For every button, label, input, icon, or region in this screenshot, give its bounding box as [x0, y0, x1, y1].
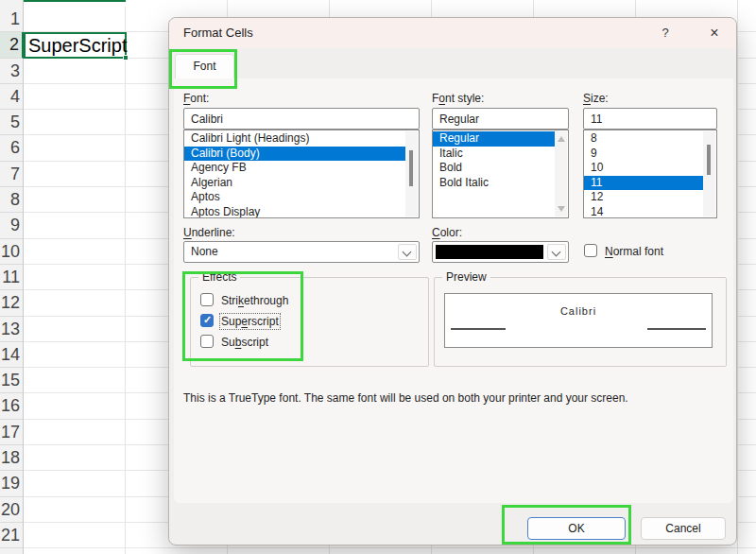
font-style-option[interactable]: Bold [433, 161, 555, 176]
font-style-option[interactable]: Bold Italic [433, 176, 555, 191]
close-button[interactable]: × [705, 24, 724, 43]
help-button[interactable]: ? [656, 24, 675, 43]
font-style-option[interactable]: Italic [433, 147, 555, 162]
row-header[interactable]: 12 [0, 290, 23, 316]
size-listbox[interactable]: 8910111214 [583, 130, 717, 218]
column-a-header-edge[interactable] [24, 0, 126, 7]
font-label: Font: [183, 92, 209, 106]
size-option[interactable]: 12 [584, 190, 703, 205]
normal-font-label: Normal font [605, 245, 663, 258]
font-style-label: Font style: [432, 92, 484, 106]
row-header[interactable]: 15 [0, 368, 23, 393]
size-option[interactable]: 11 [584, 176, 703, 191]
scrollbar-thumb[interactable] [409, 150, 413, 186]
row-header[interactable]: 11 [0, 265, 23, 290]
row-header[interactable]: 14 [0, 342, 23, 368]
baseline-mark-left [451, 328, 506, 330]
size-list-scrollbar[interactable] [703, 131, 715, 216]
row-header[interactable]: 6 [0, 135, 23, 161]
dropdown-button[interactable] [547, 244, 566, 260]
size-option[interactable]: 14 [584, 205, 703, 219]
color-dropdown[interactable] [432, 241, 569, 263]
screen: 123456789101112131415161718192021 SuperS… [0, 0, 756, 554]
row-header[interactable]: 19 [0, 471, 23, 496]
annotation-font-tab [169, 49, 237, 89]
underline-value: None [191, 242, 218, 262]
font-style-input[interactable] [432, 108, 569, 130]
size-option[interactable]: 10 [584, 161, 703, 176]
baseline-mark-right [647, 328, 706, 330]
size-option[interactable]: 9 [584, 147, 703, 162]
underline-dropdown[interactable]: None [183, 241, 420, 263]
row-header[interactable]: 17 [0, 420, 23, 445]
normal-font-checkbox[interactable] [584, 244, 597, 257]
row-header[interactable]: 7 [0, 162, 23, 187]
row-header[interactable]: 16 [0, 393, 23, 419]
fill-handle[interactable] [123, 55, 129, 61]
preview-sample-text: Calibri [445, 305, 712, 317]
chevron-down-icon [403, 248, 412, 257]
row-header[interactable]: 8 [0, 187, 23, 213]
font-list-scrollbar[interactable] [405, 131, 418, 216]
size-input[interactable] [583, 108, 717, 130]
row-header[interactable]: 20 [0, 497, 23, 523]
font-option[interactable]: Aptos [184, 190, 405, 205]
dialog-title: Format Cells [183, 18, 253, 48]
scrollbar-thumb[interactable] [707, 145, 711, 175]
row-header-column: 123456789101112131415161718192021 [0, 0, 24, 554]
font-listbox[interactable]: Calibri Light (Headings)Calibri (Body)Ag… [183, 130, 420, 218]
cancel-button[interactable]: Cancel [641, 517, 726, 540]
size-label: Size: [583, 92, 609, 106]
underline-label: Underline: [183, 226, 235, 240]
color-swatch [436, 245, 543, 259]
font-option[interactable]: Aptos Display [184, 205, 405, 219]
row-header[interactable]: 10 [0, 239, 23, 265]
row-header[interactable]: 18 [0, 445, 23, 471]
font-style-scrollbar[interactable] [555, 131, 567, 216]
row-header[interactable]: 9 [0, 213, 23, 238]
scroll-up-icon[interactable] [558, 136, 565, 142]
font-style-option[interactable]: Regular [433, 131, 555, 147]
annotation-ok-button [502, 505, 631, 545]
row-header[interactable]: 2 [0, 32, 24, 58]
row-header[interactable]: 3 [0, 59, 23, 84]
scroll-down-icon[interactable] [558, 206, 565, 212]
selected-cell[interactable]: SuperScript [24, 32, 127, 59]
row-header[interactable]: 1 [0, 7, 23, 32]
cell-text: SuperScript [26, 34, 125, 57]
font-option[interactable]: Agency FB [184, 161, 405, 176]
truetype-description: This is a TrueType font. The same font w… [183, 391, 628, 405]
annotation-effects [182, 271, 303, 361]
font-option[interactable]: Calibri Light (Headings) [184, 131, 405, 147]
tab-strip: Font [169, 48, 736, 78]
size-option[interactable]: 8 [584, 131, 703, 147]
row-header[interactable]: 21 [0, 523, 23, 548]
row-header[interactable]: 13 [0, 317, 23, 342]
dialog-titlebar[interactable]: Format Cells ? × [169, 18, 736, 48]
color-label: Color: [432, 226, 462, 240]
chevron-down-icon [552, 248, 561, 257]
font-style-listbox[interactable]: RegularItalicBoldBold Italic [432, 130, 569, 218]
row-header[interactable]: 5 [0, 110, 23, 135]
font-input[interactable] [183, 108, 420, 130]
font-option[interactable]: Algerian [184, 176, 405, 191]
preview-box: Calibri [444, 293, 713, 348]
font-option[interactable]: Calibri (Body) [184, 147, 405, 162]
dropdown-button[interactable] [398, 244, 417, 260]
preview-group-label: Preview [442, 270, 490, 284]
row-header[interactable]: 4 [0, 84, 23, 110]
preview-group: Preview Calibri [434, 277, 727, 367]
